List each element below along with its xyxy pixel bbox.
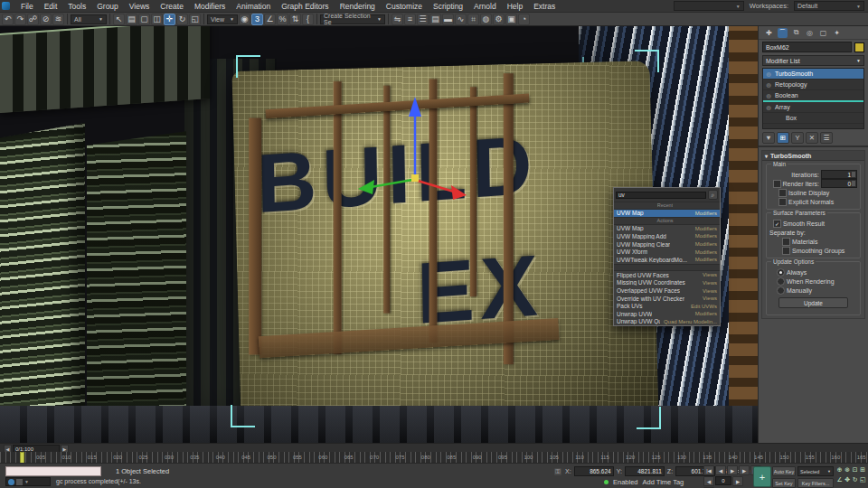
tab-modify[interactable]: ⌒ <box>778 28 788 38</box>
material-editor-icon[interactable]: ◍ <box>480 14 492 25</box>
search-result-row[interactable]: UVW Mapping ClearModifiers <box>614 240 720 249</box>
mirror-icon[interactable]: ⇋ <box>392 14 403 25</box>
schematic-view-icon[interactable]: ⌗ <box>467 14 479 25</box>
play-button[interactable]: ▶ <box>727 465 738 475</box>
search-input[interactable] <box>616 192 706 199</box>
selected-sign-building-wireframe[interactable]: BUILD EX <box>231 61 659 443</box>
select-object-icon[interactable]: ↖ <box>113 14 125 25</box>
modifier-stack-row[interactable]: Box <box>763 113 863 124</box>
tab-create[interactable]: ✚ <box>764 28 774 38</box>
menu-item[interactable]: Modifiers <box>189 2 231 11</box>
rectangular-selection-region-icon[interactable]: ▢ <box>138 14 150 25</box>
use-pivot-center-icon[interactable]: ◉ <box>239 14 250 25</box>
curve-editor-icon[interactable]: ∿ <box>455 14 467 25</box>
modifier-stack-row[interactable]: ◎ Retopology <box>763 80 863 90</box>
menu-item[interactable]: Arnold <box>468 2 502 11</box>
select-and-scale-icon[interactable]: ◱ <box>189 14 201 25</box>
search-result-row[interactable]: Flipped UVW FacesViews <box>614 271 720 279</box>
modifier-stack-row[interactable]: ◎ Array <box>763 102 863 113</box>
zoom-extents-all-icon[interactable]: ⊞ <box>860 465 867 474</box>
angle-snap-icon[interactable]: ∠ <box>264 14 276 25</box>
menu-item[interactable]: Tools <box>62 2 91 11</box>
percent-snap-icon[interactable]: % <box>277 14 288 25</box>
rollout-header[interactable]: ▾TurboSmooth <box>762 151 864 161</box>
menu-item[interactable]: Scripting <box>428 2 468 11</box>
menu-item[interactable]: Create <box>155 2 189 11</box>
visibility-icon[interactable]: ◎ <box>765 92 772 99</box>
menu-item[interactable]: Views <box>124 2 156 11</box>
pin-stack-icon[interactable]: ▼ <box>762 132 775 144</box>
field-of-view-icon[interactable]: ∠ <box>836 475 844 484</box>
visibility-icon[interactable]: ◎ <box>765 70 772 77</box>
key-filters-button[interactable]: Key Filters... <box>797 478 834 488</box>
pan-icon[interactable]: ✥ <box>844 475 852 484</box>
search-result-row[interactable]: Override with UV CheckerViews <box>614 295 720 303</box>
toggle-scene-explorer-icon[interactable]: ☰ <box>417 14 429 25</box>
edit-named-selection-sets-icon[interactable]: { <box>302 14 314 25</box>
previous-frame-small-button[interactable]: ◀ <box>703 476 714 486</box>
manually-radio[interactable] <box>777 286 785 295</box>
search-result-row[interactable]: Missing UVW CoordinatesViews <box>614 279 720 287</box>
menu-item[interactable]: File <box>15 2 39 11</box>
search-result-row[interactable]: Actions <box>614 217 720 225</box>
auto-key-button[interactable]: Auto Key <box>772 466 796 476</box>
tab-utilities[interactable]: ✦ <box>832 28 842 38</box>
toggle-layer-explorer-icon[interactable]: ▤ <box>429 14 441 25</box>
rendered-frame-window-icon[interactable]: ▣ <box>505 14 517 25</box>
iterations-spinner[interactable]: 1 <box>821 170 857 179</box>
modifier-list-dropdown[interactable]: Modifier List▼ <box>762 55 864 66</box>
undo-icon[interactable]: ↶ <box>2 14 14 25</box>
always-radio[interactable] <box>777 268 785 277</box>
selection-filter-dropdown[interactable]: All▼ <box>71 14 107 24</box>
modifier-stack-row[interactable]: ◎ TurboSmooth <box>763 69 863 80</box>
current-frame-field[interactable]: 0 <box>715 476 731 485</box>
remove-modifier-icon[interactable]: ✕ <box>806 132 818 144</box>
workspaces-dropdown[interactable]: Default▼ <box>794 1 864 11</box>
app-logo-icon[interactable] <box>2 2 10 10</box>
zoom-icon[interactable]: ⊕ <box>836 465 844 474</box>
object-name-field[interactable]: BoxM62 <box>762 42 852 52</box>
named-selection-sets-dropdown[interactable]: Create Selection Se▼ <box>320 14 385 24</box>
search-result-row[interactable]: UVWTweak KeyboardMo...Modifiers <box>614 256 720 264</box>
isoline-display-checkbox[interactable] <box>778 189 787 197</box>
search-result-row[interactable]: UVW Mapping AddModifiers <box>614 232 720 240</box>
search-result-row[interactable]: UVW XformModifiers <box>614 248 720 256</box>
selection-lock-icon[interactable]: ⚿ <box>553 467 562 476</box>
reference-coordinate-system-dropdown[interactable]: View▼ <box>207 14 238 24</box>
select-by-name-icon[interactable]: ▤ <box>126 14 137 25</box>
explicit-normals-checkbox[interactable] <box>778 198 787 206</box>
add-time-tag[interactable]: Add Time Tag <box>643 478 684 486</box>
unlink-selection-icon[interactable]: ⊘ <box>40 14 52 25</box>
key-mode-dropdown[interactable]: Selected▼ <box>797 466 834 476</box>
window-crossing-icon[interactable]: ◫ <box>151 14 163 25</box>
search-result-row[interactable] <box>614 264 720 272</box>
menu-item[interactable]: Customize <box>381 2 428 11</box>
maxscript-mini-listener[interactable] <box>5 466 101 476</box>
visibility-icon[interactable]: ◎ <box>765 81 772 88</box>
toggle-ribbon-icon[interactable]: ▬ <box>442 14 454 25</box>
menu-item[interactable]: Rendering <box>335 2 381 11</box>
show-end-result-icon[interactable]: ⊞ <box>777 132 789 144</box>
spinner-snap-icon[interactable]: ⇅ <box>289 14 301 25</box>
search-result-row[interactable]: Pack UVsEdit UVWs <box>614 302 720 310</box>
when-rendering-radio[interactable] <box>777 277 785 286</box>
search-result-row[interactable]: Recent <box>614 202 720 210</box>
search-icon[interactable]: ⌕ <box>708 190 718 200</box>
set-key-button[interactable]: Set Key <box>772 478 796 488</box>
next-frame-small-button[interactable]: ▶ <box>732 476 743 486</box>
render-production-icon[interactable]: ◔ <box>518 14 530 25</box>
menu-item[interactable]: Help <box>502 2 528 11</box>
search-result-row[interactable]: UVW MapModifiers <box>614 210 720 218</box>
select-and-move-icon[interactable]: ✛ <box>164 14 175 25</box>
render-iters-spinner[interactable]: 0 <box>821 179 857 188</box>
smooth-result-checkbox[interactable]: ✓ <box>773 220 781 228</box>
render-setup-icon[interactable]: ⚙ <box>493 14 505 25</box>
snap-toggle-icon[interactable]: 3 <box>251 14 263 25</box>
x-coordinate-field[interactable]: 865.624 <box>574 466 614 476</box>
tab-display[interactable]: ▢ <box>818 28 828 38</box>
redo-icon[interactable]: ↷ <box>14 14 26 25</box>
tab-hierarchy[interactable]: ⧉ <box>791 28 801 38</box>
search-result-row[interactable]: Unwrap UVW QuadQuad Menu Modelin... <box>614 318 720 326</box>
set-keys-button[interactable]: + <box>753 466 771 487</box>
modifier-stack-row[interactable]: ◎ Boolean <box>763 90 863 102</box>
